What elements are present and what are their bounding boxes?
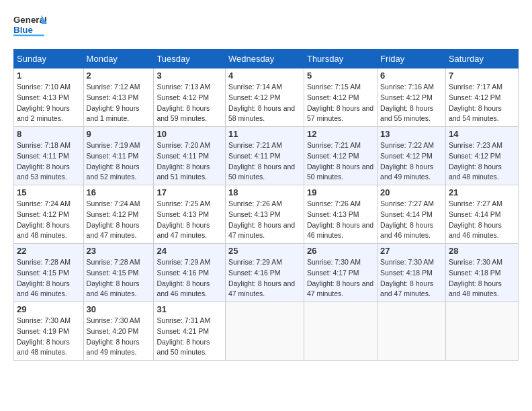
day-number: 13 [380, 129, 443, 139]
day-info: Sunrise: 7:19 AMSunset: 4:11 PMDaylight:… [87, 140, 151, 183]
column-header-tuesday: Tuesday [154, 50, 226, 68]
page-header: General Blue [13, 11, 519, 41]
day-cell: 11Sunrise: 7:21 AMSunset: 4:11 PMDayligh… [225, 127, 304, 185]
day-info: Sunrise: 7:26 AMSunset: 4:13 PMDaylight:… [307, 199, 374, 241]
day-number: 5 [307, 71, 374, 81]
day-info: Sunrise: 7:21 AMSunset: 4:11 PMDaylight:… [228, 140, 301, 183]
day-info: Sunrise: 7:31 AMSunset: 4:21 PMDaylight:… [157, 316, 222, 358]
day-number: 9 [87, 129, 151, 139]
day-info: Sunrise: 7:30 AMSunset: 4:18 PMDaylight:… [380, 257, 443, 300]
day-cell: 17Sunrise: 7:25 AMSunset: 4:13 PMDayligh… [154, 185, 226, 244]
column-header-thursday: Thursday [304, 50, 377, 68]
day-cell [378, 302, 446, 361]
day-number: 20 [380, 187, 443, 197]
day-info: Sunrise: 7:23 AMSunset: 4:12 PMDaylight:… [449, 140, 515, 183]
day-info: Sunrise: 7:30 AMSunset: 4:19 PMDaylight:… [17, 316, 81, 358]
day-number: 28 [449, 246, 515, 256]
svg-text:Blue: Blue [13, 25, 33, 35]
page-container: General Blue SundayMondayTuesdayWednesda… [0, 0, 532, 367]
day-cell: 1Sunrise: 7:10 AMSunset: 4:13 PMDaylight… [14, 68, 84, 127]
day-cell: 3Sunrise: 7:13 AMSunset: 4:12 PMDaylight… [154, 68, 226, 127]
day-info: Sunrise: 7:24 AMSunset: 4:12 PMDaylight:… [87, 199, 151, 241]
day-cell: 4Sunrise: 7:14 AMSunset: 4:12 PMDaylight… [225, 68, 304, 127]
day-cell [225, 302, 304, 361]
day-cell: 8Sunrise: 7:18 AMSunset: 4:11 PMDaylight… [14, 127, 84, 185]
day-info: Sunrise: 7:21 AMSunset: 4:12 PMDaylight:… [307, 140, 374, 183]
day-cell: 19Sunrise: 7:26 AMSunset: 4:13 PMDayligh… [304, 185, 377, 244]
day-info: Sunrise: 7:17 AMSunset: 4:12 PMDaylight:… [449, 82, 515, 124]
day-info: Sunrise: 7:29 AMSunset: 4:16 PMDaylight:… [157, 257, 222, 300]
day-cell: 5Sunrise: 7:15 AMSunset: 4:12 PMDaylight… [304, 68, 377, 127]
day-number: 8 [17, 129, 81, 139]
day-cell: 14Sunrise: 7:23 AMSunset: 4:12 PMDayligh… [445, 127, 518, 185]
day-cell: 26Sunrise: 7:30 AMSunset: 4:17 PMDayligh… [304, 244, 377, 302]
day-info: Sunrise: 7:28 AMSunset: 4:15 PMDaylight:… [87, 257, 151, 300]
day-info: Sunrise: 7:26 AMSunset: 4:13 PMDaylight:… [228, 199, 301, 241]
day-number: 23 [87, 246, 151, 256]
day-cell: 23Sunrise: 7:28 AMSunset: 4:15 PMDayligh… [83, 244, 154, 302]
day-cell: 9Sunrise: 7:19 AMSunset: 4:11 PMDaylight… [83, 127, 154, 185]
day-info: Sunrise: 7:28 AMSunset: 4:15 PMDaylight:… [17, 257, 81, 300]
day-info: Sunrise: 7:10 AMSunset: 4:13 PMDaylight:… [17, 82, 81, 124]
day-number: 26 [307, 246, 374, 256]
day-cell: 13Sunrise: 7:22 AMSunset: 4:12 PMDayligh… [378, 127, 446, 185]
day-number: 31 [157, 304, 222, 314]
week-row-4: 22Sunrise: 7:28 AMSunset: 4:15 PMDayligh… [14, 244, 519, 302]
day-number: 11 [228, 129, 301, 139]
day-info: Sunrise: 7:30 AMSunset: 4:17 PMDaylight:… [307, 257, 374, 300]
day-info: Sunrise: 7:30 AMSunset: 4:20 PMDaylight:… [87, 316, 151, 358]
day-info: Sunrise: 7:27 AMSunset: 4:14 PMDaylight:… [449, 199, 515, 241]
week-row-2: 8Sunrise: 7:18 AMSunset: 4:11 PMDaylight… [14, 127, 519, 185]
column-header-monday: Monday [83, 50, 154, 68]
day-cell: 22Sunrise: 7:28 AMSunset: 4:15 PMDayligh… [14, 244, 84, 302]
day-info: Sunrise: 7:27 AMSunset: 4:14 PMDaylight:… [380, 199, 443, 241]
day-cell: 18Sunrise: 7:26 AMSunset: 4:13 PMDayligh… [225, 185, 304, 244]
day-number: 6 [380, 71, 443, 81]
column-header-saturday: Saturday [445, 50, 518, 68]
day-number: 27 [380, 246, 443, 256]
day-number: 14 [449, 129, 515, 139]
day-cell: 10Sunrise: 7:20 AMSunset: 4:11 PMDayligh… [154, 127, 226, 185]
day-number: 21 [449, 187, 515, 197]
day-info: Sunrise: 7:18 AMSunset: 4:11 PMDaylight:… [17, 140, 81, 183]
day-info: Sunrise: 7:20 AMSunset: 4:11 PMDaylight:… [157, 140, 222, 183]
day-number: 12 [307, 129, 374, 139]
day-cell: 31Sunrise: 7:31 AMSunset: 4:21 PMDayligh… [154, 302, 226, 361]
column-header-wednesday: Wednesday [225, 50, 304, 68]
day-number: 1 [17, 71, 81, 81]
week-row-5: 29Sunrise: 7:30 AMSunset: 4:19 PMDayligh… [14, 302, 519, 361]
day-info: Sunrise: 7:15 AMSunset: 4:12 PMDaylight:… [307, 82, 374, 124]
day-cell [445, 302, 518, 361]
day-number: 24 [157, 246, 222, 256]
day-number: 10 [157, 129, 222, 139]
day-number: 29 [17, 304, 81, 314]
logo-icon: General Blue [13, 11, 47, 41]
day-number: 25 [228, 246, 301, 256]
day-info: Sunrise: 7:30 AMSunset: 4:18 PMDaylight:… [449, 257, 515, 300]
day-info: Sunrise: 7:22 AMSunset: 4:12 PMDaylight:… [380, 140, 443, 183]
day-number: 18 [228, 187, 301, 197]
day-cell: 28Sunrise: 7:30 AMSunset: 4:18 PMDayligh… [445, 244, 518, 302]
day-cell: 6Sunrise: 7:16 AMSunset: 4:12 PMDaylight… [378, 68, 446, 127]
day-number: 16 [87, 187, 151, 197]
logo: General Blue [13, 11, 50, 41]
calendar-table: SundayMondayTuesdayWednesdayThursdayFrid… [13, 49, 519, 361]
day-cell [304, 302, 377, 361]
day-info: Sunrise: 7:29 AMSunset: 4:16 PMDaylight:… [228, 257, 301, 300]
day-number: 2 [87, 71, 151, 81]
week-row-1: 1Sunrise: 7:10 AMSunset: 4:13 PMDaylight… [14, 68, 519, 127]
day-number: 7 [449, 71, 515, 81]
day-number: 22 [17, 246, 81, 256]
header-row: SundayMondayTuesdayWednesdayThursdayFrid… [14, 50, 519, 68]
day-info: Sunrise: 7:24 AMSunset: 4:12 PMDaylight:… [17, 199, 81, 241]
day-cell: 25Sunrise: 7:29 AMSunset: 4:16 PMDayligh… [225, 244, 304, 302]
column-header-sunday: Sunday [14, 50, 84, 68]
week-row-3: 15Sunrise: 7:24 AMSunset: 4:12 PMDayligh… [14, 185, 519, 244]
day-cell: 15Sunrise: 7:24 AMSunset: 4:12 PMDayligh… [14, 185, 84, 244]
day-info: Sunrise: 7:16 AMSunset: 4:12 PMDaylight:… [380, 82, 443, 124]
day-cell: 30Sunrise: 7:30 AMSunset: 4:20 PMDayligh… [83, 302, 154, 361]
day-cell: 20Sunrise: 7:27 AMSunset: 4:14 PMDayligh… [378, 185, 446, 244]
day-cell: 12Sunrise: 7:21 AMSunset: 4:12 PMDayligh… [304, 127, 377, 185]
day-number: 4 [228, 71, 301, 81]
day-info: Sunrise: 7:14 AMSunset: 4:12 PMDaylight:… [228, 82, 301, 124]
